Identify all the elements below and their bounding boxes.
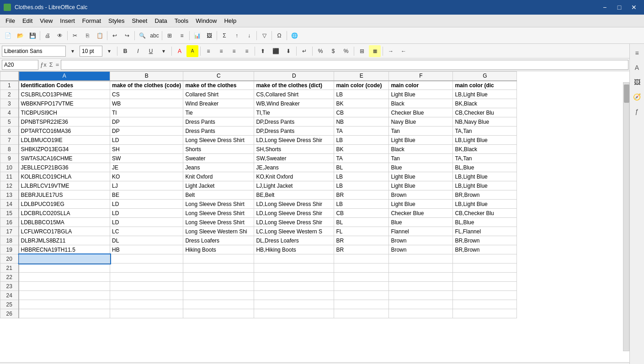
cell-3-B[interactable]: WB	[110, 99, 183, 108]
menu-item-data[interactable]: Data	[151, 16, 170, 25]
save-button[interactable]: 💾	[27, 30, 38, 42]
filter-button[interactable]: ▽	[258, 30, 270, 42]
cell-2-A[interactable]: CSLBRLCO13PHME	[19, 90, 110, 99]
cell-19-F[interactable]: Brown	[389, 245, 453, 254]
cell-26-F[interactable]	[389, 309, 453, 318]
cell-1-A[interactable]: Identification Codes	[19, 81, 110, 90]
cell-5-G[interactable]: NB,Navy Blue	[453, 117, 517, 127]
cell-23-F[interactable]	[389, 282, 453, 291]
cell-1-F[interactable]: main color	[389, 81, 453, 90]
cell-21-E[interactable]	[334, 264, 389, 273]
indent-inc-button[interactable]: →	[385, 45, 397, 57]
open-button[interactable]: 📂	[14, 30, 26, 42]
font-name-dropdown[interactable]: ▾	[67, 45, 79, 57]
cell-25-E[interactable]	[334, 300, 389, 309]
cell-11-F[interactable]: Light Blue	[389, 172, 453, 181]
cell-25-C[interactable]	[183, 300, 254, 309]
cell-7-A[interactable]: LDLBMUCO19IE	[19, 136, 110, 145]
valign-center-button[interactable]: ⬛	[270, 45, 282, 57]
new-button[interactable]: 📄	[2, 30, 14, 42]
cell-2-C[interactable]: Collared Shirt	[183, 90, 254, 99]
cell-3-A[interactable]: WBBKNFPO17VTME	[19, 99, 110, 108]
cell-12-C[interactable]: Light Jacket	[183, 181, 254, 190]
cell-22-E[interactable]	[334, 273, 389, 282]
valign-bottom-button[interactable]: ⬇	[282, 45, 294, 57]
cell-8-B[interactable]: SH	[110, 145, 183, 154]
cell-11-A[interactable]: KOLBRLCO19CHLA	[19, 172, 110, 181]
cell-11-C[interactable]: Knit Oxford	[183, 172, 254, 181]
cell-17-C[interactable]: Long Sleeve Western Shi	[183, 227, 254, 236]
cell-23-E[interactable]	[334, 282, 389, 291]
cell-13-D[interactable]: BE,Belt	[254, 190, 334, 200]
cell-5-B[interactable]: DP	[110, 117, 183, 127]
cell-14-F[interactable]: Light Blue	[389, 200, 453, 209]
wrap-button[interactable]: ↵	[298, 45, 310, 57]
gallery-icon[interactable]: 🖼	[632, 77, 643, 88]
cell-23-A[interactable]	[19, 282, 110, 291]
cell-3-E[interactable]: BK	[334, 99, 389, 108]
cell-21-D[interactable]	[254, 264, 334, 273]
cell-17-G[interactable]: FL,Flannel	[453, 227, 517, 236]
align-right-button[interactable]: ≡	[228, 45, 240, 57]
cell-2-F[interactable]: Light Blue	[389, 90, 453, 99]
cell-9-C[interactable]: Sweater	[183, 154, 254, 163]
extension-icon[interactable]: ƒ	[632, 106, 643, 117]
col-header-a[interactable]: A	[19, 72, 110, 81]
cell-6-D[interactable]: DP,Dress Pants	[254, 127, 334, 136]
cell-4-C[interactable]: Tie	[183, 108, 254, 117]
cell-10-E[interactable]: BL	[334, 163, 389, 172]
menu-item-edit[interactable]: Edit	[19, 16, 36, 25]
cell-1-E[interactable]: main color (code)	[334, 81, 389, 90]
cell-18-C[interactable]: Dress Loafers	[183, 236, 254, 245]
cell-3-F[interactable]: Black	[389, 99, 453, 108]
cell-21-B[interactable]	[110, 264, 183, 273]
sum-button[interactable]: Σ	[218, 30, 230, 42]
cell-26-C[interactable]	[183, 309, 254, 318]
cell-11-B[interactable]: KO	[110, 172, 183, 181]
equals-icon[interactable]: =	[56, 61, 59, 68]
cell-20-C[interactable]	[183, 254, 254, 264]
cell-5-C[interactable]: Dress Pants	[183, 117, 254, 127]
cell-5-E[interactable]: NB	[334, 117, 389, 127]
find-button[interactable]: 🔍	[136, 30, 148, 42]
cell-20-A[interactable]	[19, 254, 110, 264]
cell-9-G[interactable]: TA,Tan	[453, 154, 517, 163]
styles-icon[interactable]: A	[632, 62, 643, 73]
cell-4-G[interactable]: CB,Checker Blu	[453, 108, 517, 117]
cell-11-G[interactable]: LB,Light Blue	[453, 172, 517, 181]
cell-6-G[interactable]: TA,Tan	[453, 127, 517, 136]
cell-5-F[interactable]: Navy Blue	[389, 117, 453, 127]
cell-24-B[interactable]	[110, 291, 183, 300]
cell-20-E[interactable]	[334, 254, 389, 264]
properties-icon[interactable]: ≡	[632, 47, 643, 58]
cell-17-F[interactable]: Flannel	[389, 227, 453, 236]
currency-button[interactable]: $	[327, 45, 339, 57]
menu-item-file[interactable]: File	[2, 16, 19, 25]
cell-20-D[interactable]	[254, 254, 334, 264]
cell-25-B[interactable]	[110, 300, 183, 309]
cell-11-D[interactable]: KO,Knit Oxford	[254, 172, 334, 181]
menu-item-help[interactable]: Help	[220, 16, 240, 25]
cell-22-G[interactable]	[453, 273, 517, 282]
cell-18-B[interactable]: DL	[110, 236, 183, 245]
cell-23-C[interactable]	[183, 282, 254, 291]
cell-1-G[interactable]: main color (dic	[453, 81, 517, 90]
cell-14-C[interactable]: Long Sleeve Dress Shirt	[183, 200, 254, 209]
cell-1-C[interactable]: make of the clothes	[183, 81, 254, 90]
cell-24-A[interactable]	[19, 291, 110, 300]
percent-button[interactable]: %	[340, 45, 352, 57]
cell-22-C[interactable]	[183, 273, 254, 282]
menu-item-styles[interactable]: Styles	[105, 16, 128, 25]
cell-15-F[interactable]: Checker Blue	[389, 209, 453, 218]
close-button[interactable]: ✕	[628, 1, 640, 14]
cell-14-D[interactable]: LD,Long Sleeve Dress Shir	[254, 200, 334, 209]
menu-item-insert[interactable]: Insert	[56, 16, 79, 25]
cell-25-F[interactable]	[389, 300, 453, 309]
sort-asc-button[interactable]: ↑	[231, 30, 243, 42]
cell-5-D[interactable]: DP,Dress Pants	[254, 117, 334, 127]
font-size-input[interactable]	[80, 46, 102, 57]
cell-18-A[interactable]: DLBRJMLS8BZ11	[19, 236, 110, 245]
special-char-button[interactable]: Ω	[273, 30, 285, 42]
italic-button[interactable]: I	[132, 45, 144, 57]
number-format-button[interactable]: %	[314, 45, 326, 57]
